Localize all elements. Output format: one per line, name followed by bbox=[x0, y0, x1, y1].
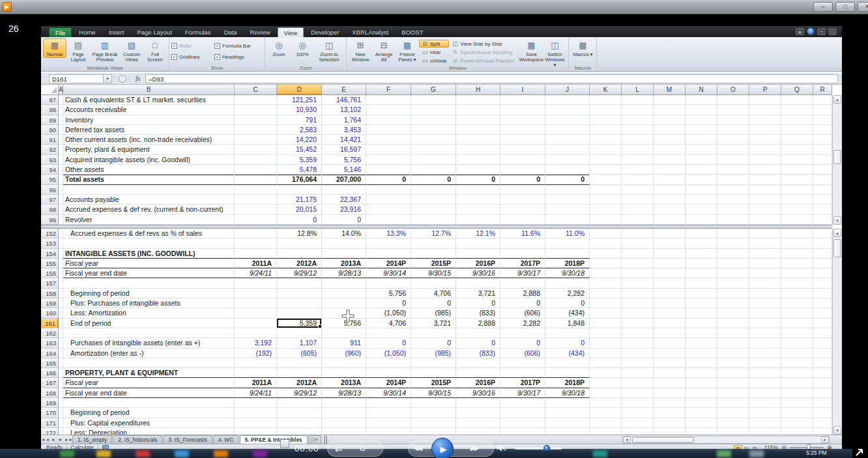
cell-D91[interactable]: 14,220 bbox=[277, 135, 322, 145]
cell-H94[interactable] bbox=[456, 165, 500, 175]
cell-A157[interactable] bbox=[59, 278, 63, 288]
cell-N169[interactable] bbox=[686, 398, 717, 408]
cell-A88[interactable] bbox=[59, 105, 63, 115]
cell-B157[interactable] bbox=[63, 278, 235, 288]
row-header-88[interactable]: 88 bbox=[41, 105, 59, 115]
cell-I98[interactable] bbox=[500, 205, 545, 214]
fx-icon[interactable]: fx bbox=[136, 75, 140, 82]
row-header-98[interactable]: 98 bbox=[41, 205, 59, 214]
row-header-168[interactable]: 168 bbox=[41, 388, 59, 398]
cell-R169[interactable] bbox=[813, 398, 832, 408]
full-screen-button[interactable]: □Full Screen bbox=[143, 38, 167, 63]
cell-M170[interactable] bbox=[654, 408, 686, 418]
cell-I95[interactable]: 0 bbox=[500, 175, 545, 184]
cell-A159[interactable] bbox=[59, 298, 63, 308]
cell-Q97[interactable] bbox=[781, 195, 813, 205]
sheet-tab-1-is-empty[interactable]: 1. IS_empty bbox=[72, 435, 112, 444]
cell-P153[interactable] bbox=[749, 238, 781, 248]
row-header-166[interactable]: 166 bbox=[41, 368, 59, 378]
cell-G172[interactable] bbox=[411, 428, 456, 435]
cell-B92[interactable]: Property, plant & equipment bbox=[63, 145, 235, 154]
cell-E167[interactable]: 2013A bbox=[322, 378, 366, 388]
cell-G171[interactable] bbox=[411, 418, 456, 428]
cell-A99[interactable] bbox=[59, 215, 63, 225]
cell-G164[interactable]: (985) bbox=[411, 349, 456, 358]
ribbon-tab-boost[interactable]: BOOST bbox=[396, 27, 429, 37]
cell-D87[interactable]: 121,251 bbox=[277, 95, 322, 105]
cell-B169[interactable] bbox=[63, 398, 235, 408]
row-header-87[interactable]: 87 bbox=[41, 95, 59, 105]
row-header-152[interactable]: 152 bbox=[41, 229, 59, 238]
cell-O160[interactable] bbox=[717, 308, 749, 318]
cell-L88[interactable] bbox=[622, 105, 654, 115]
cell-F98[interactable] bbox=[366, 205, 411, 214]
cell-O170[interactable] bbox=[717, 408, 749, 418]
cell-N168[interactable] bbox=[686, 388, 717, 398]
cell-C168[interactable]: 9/24/11 bbox=[235, 388, 277, 398]
cell-N93[interactable] bbox=[686, 155, 717, 165]
cell-J166[interactable] bbox=[545, 368, 590, 378]
cell-Q159[interactable] bbox=[781, 298, 813, 308]
cell-A87[interactable] bbox=[59, 95, 63, 105]
cell-I155[interactable]: 2017P bbox=[500, 259, 545, 268]
cell-F166[interactable] bbox=[366, 368, 411, 378]
cell-O96[interactable] bbox=[717, 185, 749, 195]
hide-button[interactable]: ▭Hide bbox=[419, 48, 449, 56]
cell-K158[interactable] bbox=[590, 289, 622, 298]
cell-Q163[interactable] bbox=[781, 338, 813, 348]
cell-M171[interactable] bbox=[654, 418, 686, 428]
cell-D163[interactable]: 1,107 bbox=[277, 338, 322, 348]
cell-F161[interactable]: 4,706 bbox=[366, 319, 411, 328]
cell-K159[interactable] bbox=[590, 298, 622, 308]
cell-M97[interactable] bbox=[654, 195, 686, 205]
cell-L96[interactable] bbox=[622, 185, 654, 195]
reset-window-position-button[interactable]: ⊞Reset Window Position bbox=[449, 57, 519, 64]
ribbon-tab-formulas[interactable]: Formulas bbox=[179, 27, 217, 37]
cell-H98[interactable] bbox=[456, 205, 500, 214]
cell-E154[interactable] bbox=[322, 249, 366, 259]
cell-H91[interactable] bbox=[456, 135, 500, 145]
cell-A172[interactable] bbox=[59, 428, 63, 435]
cell-R87[interactable] bbox=[813, 95, 832, 105]
row-header-154[interactable]: 154 bbox=[41, 249, 59, 259]
cell-Q152[interactable] bbox=[781, 229, 813, 238]
cell-J91[interactable] bbox=[545, 135, 590, 145]
cell-B159[interactable]: Plus: Purchases of intangible assets bbox=[63, 298, 235, 308]
cell-I168[interactable]: 9/30/17 bbox=[500, 388, 545, 398]
cell-D159[interactable] bbox=[277, 298, 322, 308]
workbook-restore-icon[interactable]: □ bbox=[828, 28, 837, 35]
cell-B152[interactable]: Accrued expenses & def revs as % of sale… bbox=[63, 229, 235, 238]
cell-R157[interactable] bbox=[813, 278, 832, 288]
ruler-checkbox[interactable]: ✓Ruler bbox=[171, 41, 212, 51]
cell-N165[interactable] bbox=[686, 358, 717, 368]
cell-N156[interactable] bbox=[686, 268, 717, 278]
cell-F159[interactable]: 0 bbox=[366, 298, 411, 308]
cell-P171[interactable] bbox=[749, 418, 781, 428]
cell-R90[interactable] bbox=[813, 125, 832, 135]
cell-C169[interactable] bbox=[235, 398, 277, 408]
ribbon-tab-view[interactable]: View bbox=[278, 27, 304, 37]
cell-O162[interactable] bbox=[717, 328, 749, 338]
cell-D95[interactable]: 176,064 bbox=[277, 175, 322, 184]
cell-R154[interactable] bbox=[813, 249, 832, 259]
cell-M95[interactable] bbox=[654, 175, 686, 184]
cell-O95[interactable] bbox=[717, 175, 749, 184]
cell-J163[interactable]: 0 bbox=[545, 338, 590, 348]
cell-D164[interactable]: (605) bbox=[277, 349, 322, 358]
cell-E87[interactable]: 146,761 bbox=[322, 95, 366, 105]
cell-P96[interactable] bbox=[749, 185, 781, 195]
cell-K90[interactable] bbox=[590, 125, 622, 135]
cell-K161[interactable] bbox=[590, 319, 622, 328]
row-header-156[interactable]: 156 bbox=[41, 268, 59, 278]
ribbon-tab-file[interactable]: File bbox=[49, 27, 72, 37]
cell-P94[interactable] bbox=[749, 165, 781, 175]
cell-R162[interactable] bbox=[813, 328, 832, 338]
cell-N91[interactable] bbox=[686, 135, 717, 145]
cell-O90[interactable] bbox=[717, 125, 749, 135]
cell-I160[interactable]: (606) bbox=[500, 308, 545, 318]
expand-arrow-icon[interactable] bbox=[852, 448, 868, 458]
cell-J157[interactable] bbox=[545, 278, 590, 288]
vertical-scrollbar-top[interactable]: ▲ ▼ bbox=[832, 95, 842, 225]
cell-F168[interactable]: 9/30/14 bbox=[366, 388, 411, 398]
cell-Q94[interactable] bbox=[781, 165, 813, 175]
